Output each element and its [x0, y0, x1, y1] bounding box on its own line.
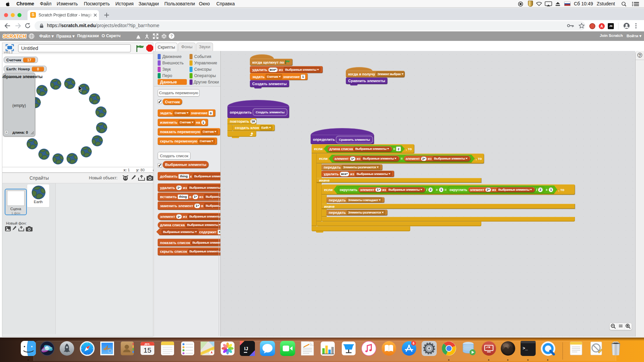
- svg-text:>_: >_: [523, 346, 528, 351]
- svg-text:15: 15: [144, 346, 151, 354]
- svg-text:6: 6: [413, 342, 415, 345]
- svg-text:ДЕК.: ДЕК.: [145, 343, 150, 346]
- svg-text:IJ: IJ: [244, 346, 248, 351]
